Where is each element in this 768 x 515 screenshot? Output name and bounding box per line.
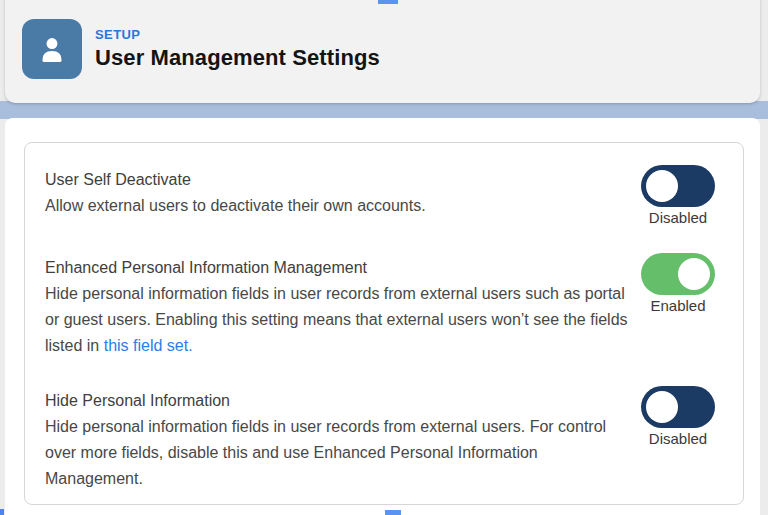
setting-row-hide-personal-info: Hide Personal Information Hide personal … — [45, 388, 723, 492]
page-title: User Management Settings — [95, 45, 380, 71]
artifact-mark-bottom — [385, 510, 401, 515]
artifact-mark-top — [378, 0, 398, 4]
toggle-knob — [678, 258, 710, 290]
toggle-state-label: Disabled — [649, 430, 707, 447]
main-content: User Self Deactivate Allow external user… — [5, 118, 760, 515]
setting-label: User Self Deactivate — [45, 167, 633, 193]
setting-description: Hide personal information fields in user… — [45, 281, 633, 359]
setting-description: Hide personal information fields in user… — [45, 414, 633, 492]
toggle-knob — [646, 391, 678, 423]
setting-label: Hide Personal Information — [45, 388, 633, 414]
setting-description: Allow external users to deactivate their… — [45, 193, 633, 219]
setting-label: Enhanced Personal Information Management — [45, 255, 633, 281]
artifact-mark-corner — [0, 509, 4, 515]
toggle-state-label: Disabled — [649, 209, 707, 226]
setting-row-user-self-deactivate: User Self Deactivate Allow external user… — [45, 167, 723, 226]
hide-personal-info-toggle[interactable] — [641, 386, 715, 428]
user-self-deactivate-toggle[interactable] — [641, 165, 715, 207]
toggle-knob — [646, 170, 678, 202]
toggle-state-label: Enabled — [650, 297, 705, 314]
header-divider-band — [0, 101, 768, 119]
enhanced-personal-info-toggle[interactable] — [641, 253, 715, 295]
field-set-link[interactable]: this field set. — [104, 337, 193, 354]
setup-breadcrumb: SETUP — [95, 27, 380, 42]
settings-card: User Self Deactivate Allow external user… — [24, 142, 744, 505]
user-icon — [22, 19, 82, 79]
setup-page-header: SETUP User Management Settings — [5, 0, 760, 103]
setting-row-enhanced-personal-info: Enhanced Personal Information Management… — [45, 255, 723, 359]
